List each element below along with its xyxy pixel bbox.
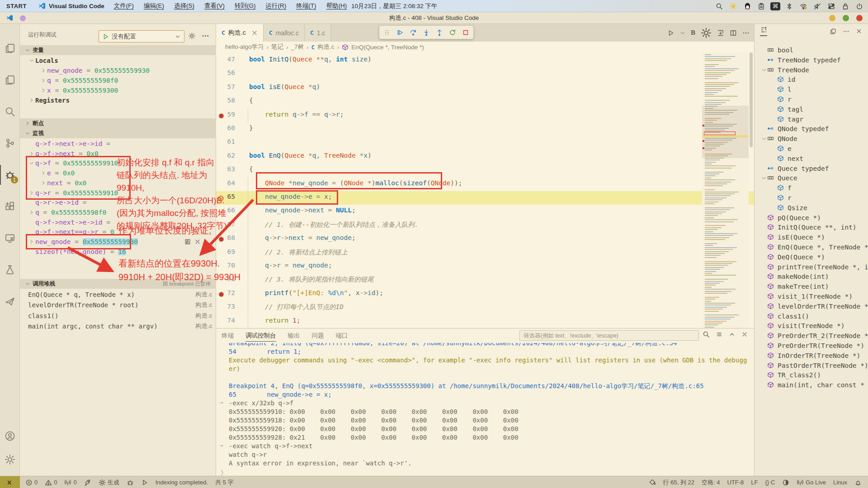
debug-config-dropdown[interactable]: 没有配置 [99, 30, 184, 42]
menu-item[interactable]: 编辑(E) [139, 2, 169, 10]
start-debug-icon[interactable] [103, 33, 109, 40]
gear-icon[interactable] [188, 32, 196, 40]
outline-item-PreOrderTR-TreeNode-[interactable]: PreOrderTR(TreeNode *) [761, 341, 864, 351]
menu-item[interactable]: 转到(G) [230, 2, 261, 10]
status-item[interactable] [127, 479, 134, 486]
close-window-button[interactable] [856, 15, 863, 21]
panel-tab-问题[interactable]: 问题 [312, 332, 324, 340]
variable-row[interactable]: x = 0x555555559300 [40, 85, 118, 95]
activity-bar-item-account[interactable] [0, 426, 20, 446]
outline-item-r[interactable]: r [771, 193, 792, 203]
code-line-69[interactable]: 69 // 2. 将新结点上传到链上 [216, 246, 754, 260]
outline-item-bool[interactable]: bool [761, 45, 793, 55]
close-icon[interactable] [194, 239, 201, 245]
scope-row[interactable]: Registers [28, 95, 70, 105]
outline-item-Quece-typedef[interactable]: Quece typedef [761, 164, 829, 174]
activity-bar-item-explorer[interactable] [0, 38, 20, 58]
variable-row[interactable]: q = 0x5555555598f0 [28, 207, 106, 217]
editor-tab-malloc.c[interactable]: C malloc.c [264, 24, 305, 42]
variable-row[interactable]: new_qnode = 0x555555559930 [40, 66, 150, 75]
status-item-UTF-8[interactable]: UTF-8 [727, 479, 744, 486]
start-button[interactable]: START [6, 3, 27, 9]
list-icon[interactable] [716, 331, 722, 338]
outline-item-PreOrderTR_2-TreeNode-[interactable]: PreOrderTR_2(TreeNode *, … [761, 331, 868, 341]
more-icon[interactable] [742, 29, 750, 37]
status-item-0[interactable]: 0 [45, 479, 57, 486]
outline-item-Quece[interactable]: Quece [761, 173, 797, 183]
chevron-right-icon[interactable] [28, 98, 35, 103]
more-actions-icon[interactable] [202, 32, 209, 40]
scope-row[interactable]: Locals [28, 56, 58, 66]
bluetooth-icon[interactable] [784, 1, 794, 11]
outline-item-printTree-TreeNode-int-[interactable]: printTree(TreeNode *, int) [761, 262, 868, 272]
code-line-70[interactable]: 70 q->r = new_qnode; [216, 260, 754, 273]
section-header-变量[interactable]: 变量 [20, 45, 216, 55]
step-over-icon[interactable] [408, 28, 418, 38]
activity-bar-item-search[interactable] [0, 102, 20, 122]
outline-item-Qsize[interactable]: Qsize [771, 203, 807, 213]
code-line-57[interactable]: 57bool isE(Quece *q) [216, 81, 754, 95]
outline-item-TR_class2-[interactable]: TR_class2() [761, 370, 821, 380]
split-editor-icon[interactable] [730, 29, 737, 37]
outline-item-QNode-typedef[interactable]: QNode typedef [761, 124, 829, 134]
outline-item-main-int-char-const-[interactable]: main(int, char const * []) [761, 380, 868, 390]
breadcrumb-item[interactable]: EnQ(Quece *, TreeNode *) [351, 44, 424, 51]
outline-item-isE-Quece-[interactable]: isE(Quece *) [761, 232, 825, 242]
status-item-LF[interactable]: LF [751, 479, 758, 486]
panel-tab-端口[interactable]: 端口 [336, 332, 348, 340]
binary-icon[interactable] [184, 239, 191, 245]
editor-scrollbar[interactable] [750, 52, 753, 147]
chevron-down-icon[interactable] [28, 58, 35, 63]
outline-item-TreeNode-typedef[interactable]: TreeNode typedef [761, 55, 841, 65]
power-icon[interactable] [854, 1, 864, 11]
activity-bar-item-beaker[interactable] [0, 260, 20, 280]
activity-bar-item-source-control[interactable] [0, 133, 20, 153]
desktop-download-icon[interactable] [717, 29, 724, 37]
code-line-72[interactable]: 72 printf("[+]EnQ: %d\n", x->id); [216, 287, 754, 301]
code-line-68[interactable]: 68 q->r->next = new_qnode; [216, 232, 754, 246]
console-filter-input[interactable] [519, 330, 699, 341]
outline-item-InitQ-Quece-int-[interactable]: InitQ(Quece **, int) [761, 222, 857, 232]
activity-bar-item-plane[interactable] [0, 291, 20, 311]
debug-run-icon[interactable] [667, 29, 675, 37]
status-item[interactable] [141, 479, 148, 486]
chevron-right-icon[interactable] [40, 68, 47, 73]
settings-gear-icon[interactable] [701, 28, 712, 38]
code-line-62[interactable]: 62bool EnQ(Quece *q, TreeNode *x) [216, 150, 754, 164]
status-item--C[interactable]: {} C [765, 479, 775, 486]
callstack-frame[interactable]: class1() 构造.c 192:1 [28, 311, 216, 321]
code-line-71[interactable]: 71 // 3. 将队列的尾指针指向新的链尾 [216, 273, 754, 287]
breadcrumb-item[interactable]: _7树 [291, 43, 304, 51]
search-icon[interactable] [703, 331, 710, 338]
menu-item[interactable]: 终端(T) [291, 2, 321, 10]
close-icon[interactable] [741, 331, 748, 338]
breadcrumb-item[interactable]: 笔记 [271, 43, 283, 51]
code-line-56[interactable]: 56 [216, 67, 754, 81]
variable-row[interactable]: q->f->next->e->id = [28, 139, 114, 149]
outline-item-makeTree-int-[interactable]: makeTree(int) [761, 282, 829, 291]
outline-item-r[interactable]: r [771, 94, 792, 104]
chevron-down-icon[interactable] [680, 30, 685, 36]
minimize-button[interactable] [829, 15, 835, 21]
search-icon[interactable] [714, 1, 724, 11]
callstack-frame[interactable]: levelOrderTR(TreeNode * root) 构造.c 169:1 [28, 300, 216, 310]
code-line-74[interactable]: 74 return 1; [216, 315, 754, 328]
mute-icon[interactable] [812, 1, 822, 11]
outline-item-id[interactable]: id [771, 75, 795, 84]
status-item-Indexing-completed-[interactable]: Indexing completed. [156, 479, 208, 486]
chevron-up-icon[interactable] [729, 331, 735, 338]
chevron-right-icon[interactable] [28, 210, 35, 215]
outline-item-tagl[interactable]: tagl [771, 104, 803, 114]
outline-item-DeQ-Quece-[interactable]: DeQ(Quece *) [761, 252, 825, 262]
breadcrumb-item[interactable]: hello-algo学习 [225, 43, 264, 51]
step-into-icon[interactable] [421, 28, 431, 38]
outline-item-PastOrderTR-TreeNode-[interactable]: PastOrderTR(TreeNode *) [761, 361, 868, 371]
restart-icon[interactable] [448, 28, 458, 38]
copy-icon[interactable] [830, 28, 836, 35]
outline-item-QNode[interactable]: QNode [761, 134, 797, 144]
outline-item-makeNode-int-[interactable]: makeNode(int) [761, 272, 829, 282]
menu-item[interactable]: 运行(R) [260, 2, 291, 10]
debug-console-input[interactable]: 〉 [216, 469, 754, 476]
minimap[interactable] [702, 52, 749, 328]
variable-row[interactable]: q = 0x5555555598f0 [40, 75, 118, 85]
